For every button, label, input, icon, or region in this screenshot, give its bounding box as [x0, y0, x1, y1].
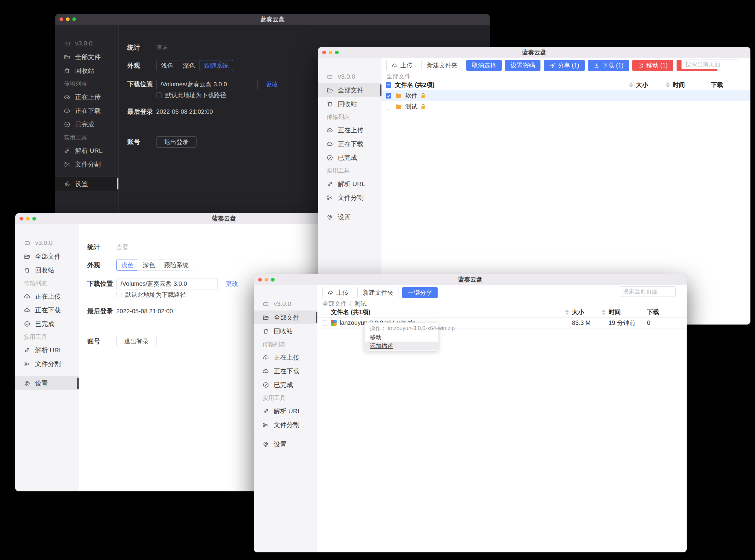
- sidebar-item-uploading[interactable]: 正在上传: [318, 123, 382, 137]
- theme-dark-button[interactable]: 深色: [178, 60, 200, 71]
- row-checkbox[interactable]: [386, 93, 391, 99]
- context-menu-item-add-description[interactable]: 添加描述: [365, 342, 438, 351]
- select-all-checkbox[interactable]: [386, 82, 391, 88]
- stats-view-link[interactable]: 查看: [156, 44, 169, 52]
- sidebar-item-version[interactable]: v3.0.0: [254, 297, 317, 311]
- check-circle-icon: [263, 382, 269, 388]
- change-path-link[interactable]: 更改: [266, 80, 278, 88]
- zoom-button[interactable]: [335, 51, 339, 54]
- sidebar-item-downloading[interactable]: 正在下载: [55, 104, 118, 117]
- breadcrumb: 全部文件: [386, 73, 411, 80]
- sidebar-item-completed[interactable]: 已完成: [55, 117, 118, 131]
- sidebar-item-recycle-bin[interactable]: 回收站: [15, 263, 79, 277]
- size-sort-icon[interactable]: [629, 80, 633, 90]
- row-checkbox[interactable]: [322, 320, 327, 326]
- sidebar-item-downloading[interactable]: 正在下载: [15, 303, 79, 317]
- logout-button[interactable]: 退出登录: [116, 336, 157, 347]
- account-label: 账号: [127, 138, 156, 146]
- sidebar-item-settings[interactable]: 设置: [254, 437, 317, 451]
- sidebar-item-version[interactable]: v3.0.0: [15, 236, 79, 249]
- minimize-button[interactable]: [26, 217, 30, 221]
- cloud-download-icon: [263, 368, 269, 375]
- one-click-share-button[interactable]: 一键分享: [402, 287, 438, 298]
- window-title: 蓝奏云盘: [212, 215, 236, 223]
- sidebar-item-recycle-bin[interactable]: 回收站: [254, 324, 317, 338]
- sidebar-item-recycle-bin[interactable]: 回收站: [318, 97, 382, 111]
- sidebar-item-parse-url[interactable]: 解析 URL: [318, 177, 382, 191]
- new-folder-button[interactable]: 新建文件夹: [422, 60, 463, 71]
- sidebar-item-settings[interactable]: 设置: [318, 210, 382, 224]
- search-input[interactable]: [619, 286, 676, 297]
- close-button[interactable]: [322, 51, 326, 54]
- logout-button[interactable]: 退出登录: [156, 136, 196, 147]
- move-button[interactable]: 移动 (1): [632, 60, 673, 71]
- sidebar-item-all-files[interactable]: 全部文件: [55, 50, 118, 64]
- close-button[interactable]: [20, 217, 23, 221]
- cancel-select-button[interactable]: 取消选择: [466, 60, 502, 71]
- search-input[interactable]: [681, 59, 738, 69]
- breadcrumb-root[interactable]: 全部文件: [386, 72, 411, 81]
- titlebar[interactable]: 蓝奏云盘: [254, 274, 686, 285]
- table-row[interactable]: 软件: [382, 90, 751, 101]
- theme-system-button[interactable]: 跟随系统: [160, 260, 193, 271]
- download-path-input[interactable]: [156, 79, 257, 90]
- share-button[interactable]: 分享 (1): [544, 60, 585, 71]
- sidebar-item-recycle-bin[interactable]: 回收站: [55, 64, 118, 78]
- size-sort-icon[interactable]: [565, 307, 569, 317]
- minimize-button[interactable]: [265, 278, 268, 281]
- lock-icon: [421, 93, 426, 99]
- upload-button[interactable]: 上传: [386, 60, 418, 71]
- sidebar-item-parse-url[interactable]: 解析 URL: [15, 343, 79, 357]
- titlebar[interactable]: 蓝奏云盘: [55, 14, 490, 25]
- download-button[interactable]: 下载 (1): [588, 60, 629, 71]
- sidebar-item-file-split[interactable]: 文件分割: [15, 357, 79, 371]
- table-row[interactable]: 测试: [382, 101, 751, 112]
- sidebar-item-completed[interactable]: 已完成: [15, 317, 79, 331]
- sidebar-item-downloading[interactable]: 正在下载: [318, 137, 382, 151]
- sidebar-item-uploading[interactable]: 正在上传: [254, 351, 317, 364]
- sidebar-item-file-split[interactable]: 文件分割: [318, 191, 382, 204]
- sidebar-item-parse-url[interactable]: 解析 URL: [55, 144, 118, 157]
- sidebar-item-completed[interactable]: 已完成: [318, 151, 382, 164]
- row-checkbox[interactable]: [386, 104, 391, 109]
- sidebar-item-settings[interactable]: 设置: [55, 177, 118, 191]
- theme-light-button[interactable]: 浅色: [156, 60, 178, 71]
- minimize-button[interactable]: [329, 51, 332, 54]
- sidebar-item-all-files[interactable]: 全部文件: [318, 83, 382, 97]
- zoom-button[interactable]: [32, 217, 36, 221]
- stats-view-link[interactable]: 查看: [116, 243, 129, 251]
- breadcrumb-root[interactable]: 全部文件: [322, 300, 347, 308]
- zoom-button[interactable]: [271, 278, 275, 281]
- set-password-button[interactable]: 设置密码: [505, 60, 540, 71]
- sidebar-item-version[interactable]: v3.0.0: [55, 36, 118, 50]
- minimize-button[interactable]: [66, 17, 70, 21]
- sidebar-item-settings[interactable]: 设置: [15, 376, 79, 390]
- sidebar-item-completed[interactable]: 已完成: [254, 378, 317, 392]
- sidebar-item-downloading[interactable]: 正在下载: [254, 364, 317, 378]
- default-path-checkbox[interactable]: [116, 292, 122, 297]
- theme-system-button[interactable]: 跟随系统: [199, 60, 233, 71]
- context-menu-item-move[interactable]: 移动: [365, 333, 438, 342]
- new-folder-button[interactable]: 新建文件夹: [357, 287, 399, 298]
- theme-light-button[interactable]: 浅色: [116, 260, 138, 271]
- sidebar-item-all-files[interactable]: 全部文件: [254, 311, 317, 324]
- sidebar-item-uploading[interactable]: 正在上传: [55, 90, 118, 104]
- sidebar-item-parse-url[interactable]: 解析 URL: [254, 404, 317, 418]
- sidebar-item-all-files[interactable]: 全部文件: [15, 249, 79, 263]
- time-sort-icon[interactable]: [602, 307, 605, 317]
- time-sort-icon[interactable]: [666, 80, 670, 90]
- change-path-link[interactable]: 更改: [226, 280, 238, 288]
- theme-dark-button[interactable]: 深色: [138, 260, 160, 271]
- sidebar-item-file-split[interactable]: 文件分割: [254, 418, 317, 432]
- default-path-checkbox[interactable]: [156, 93, 162, 98]
- sidebar-item-uploading[interactable]: 正在上传: [15, 289, 79, 303]
- zoom-button[interactable]: [72, 17, 76, 21]
- close-button[interactable]: [59, 17, 63, 21]
- download-path-input[interactable]: [116, 278, 218, 289]
- sidebar-item-version[interactable]: v3.0.0: [318, 69, 382, 83]
- upload-button[interactable]: 上传: [322, 287, 354, 298]
- select-all-checkbox[interactable]: [322, 309, 327, 315]
- titlebar[interactable]: 蓝奏云盘: [318, 47, 751, 58]
- sidebar-item-file-split[interactable]: 文件分割: [55, 157, 118, 171]
- close-button[interactable]: [258, 278, 262, 281]
